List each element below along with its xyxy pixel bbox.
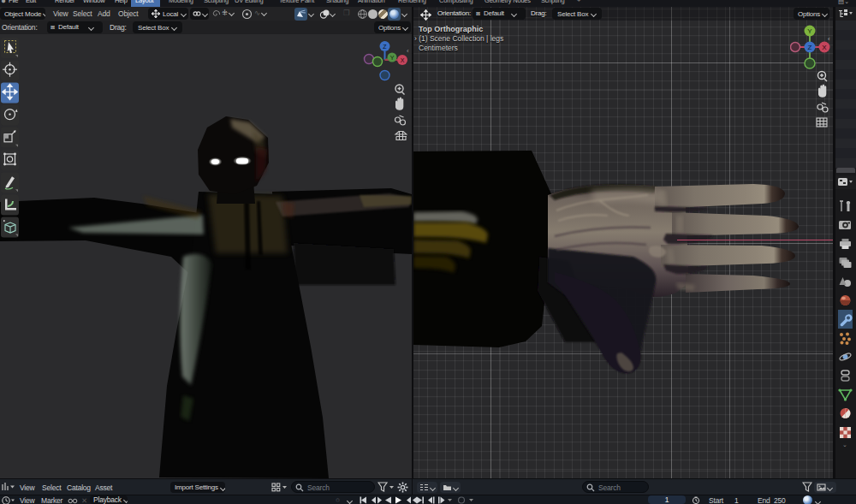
svg-text:Y: Y: [390, 55, 395, 61]
svg-text:X: X: [822, 44, 827, 51]
svg-text:Z: Z: [808, 44, 812, 51]
svg-text:Z: Z: [383, 44, 387, 50]
svg-text:Y: Y: [807, 27, 812, 35]
svg-text:X: X: [401, 57, 405, 63]
